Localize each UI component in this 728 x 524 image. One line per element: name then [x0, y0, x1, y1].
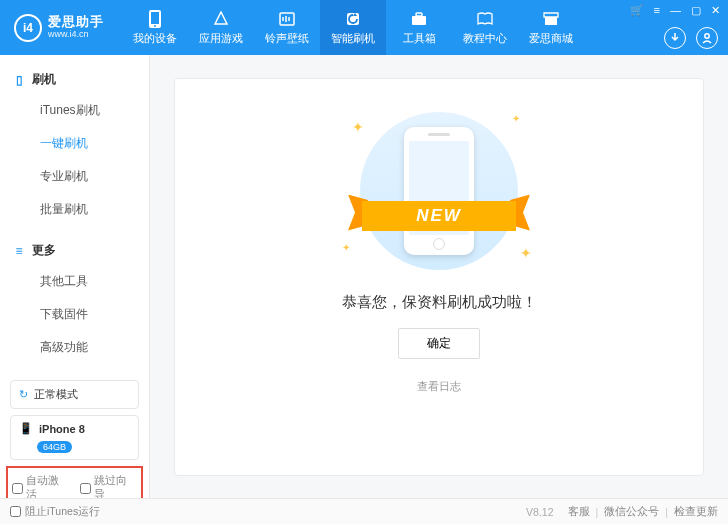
view-log-link[interactable]: 查看日志 — [417, 379, 461, 394]
store-icon — [542, 10, 560, 28]
close-button[interactable]: ✕ — [709, 4, 722, 17]
app-logo: i4 爱思助手 www.i4.cn — [14, 14, 104, 42]
nav-label: 智能刷机 — [331, 31, 375, 46]
nav-tutorial[interactable]: 教程中心 — [452, 0, 518, 55]
svg-rect-6 — [416, 13, 422, 16]
svg-point-2 — [154, 25, 156, 27]
cart-icon[interactable]: 🛒 — [628, 4, 646, 17]
sidebar-section-flash: ▯ 刷机 — [0, 65, 149, 94]
svg-rect-5 — [412, 16, 426, 25]
footer-link-update[interactable]: 检查更新 — [674, 505, 718, 519]
sidebar-item-advanced[interactable]: 高级功能 — [0, 331, 149, 364]
phone-icon — [146, 10, 164, 28]
settings-icon[interactable]: ≡ — [652, 4, 662, 17]
mode-label: 正常模式 — [34, 387, 78, 402]
apps-icon — [212, 10, 230, 28]
section-title: 刷机 — [32, 71, 56, 88]
storage-badge: 64GB — [37, 441, 72, 453]
phone-outline-icon: ▯ — [12, 73, 26, 87]
sidebar: ▯ 刷机 iTunes刷机 一键刷机 专业刷机 批量刷机 ≡ 更多 其他工具 下… — [0, 55, 150, 498]
sidebar-item-download-fw[interactable]: 下载固件 — [0, 298, 149, 331]
nav-label: 应用游戏 — [199, 31, 243, 46]
logo-mark: i4 — [14, 14, 42, 42]
nav-label: 铃声壁纸 — [265, 31, 309, 46]
footer-link-support[interactable]: 客服 — [568, 505, 590, 519]
toolbox-icon — [410, 10, 428, 28]
maximize-button[interactable]: ▢ — [689, 4, 703, 17]
sidebar-item-batch-flash[interactable]: 批量刷机 — [0, 193, 149, 226]
sparkle-icon: ✦ — [352, 119, 364, 135]
main-area: NEW ✦ ✦ ✦ ✦ 恭喜您，保资料刷机成功啦！ 确定 查看日志 — [150, 55, 728, 498]
window-controls: 🛒 ≡ — ▢ ✕ — [628, 4, 722, 17]
ribbon-new: NEW — [362, 201, 516, 231]
device-name: iPhone 8 — [39, 423, 85, 435]
nav-store[interactable]: 爱思商城 — [518, 0, 584, 55]
sidebar-item-oneclick-flash[interactable]: 一键刷机 — [0, 127, 149, 160]
result-panel: NEW ✦ ✦ ✦ ✦ 恭喜您，保资料刷机成功啦！ 确定 查看日志 — [174, 78, 704, 476]
sidebar-item-itunes-flash[interactable]: iTunes刷机 — [0, 94, 149, 127]
status-bar: 阻止iTunes运行 V8.12 客服 | 微信公众号 | 检查更新 — [0, 498, 728, 524]
wallpaper-icon — [278, 10, 296, 28]
nav-label: 教程中心 — [463, 31, 507, 46]
footer-link-wechat[interactable]: 微信公众号 — [604, 505, 659, 519]
main-nav: 我的设备 应用游戏 铃声壁纸 智能刷机 工具箱 教程中心 爱思商城 — [122, 0, 584, 55]
nav-apps-games[interactable]: 应用游戏 — [188, 0, 254, 55]
sparkle-icon: ✦ — [520, 245, 532, 261]
svg-point-8 — [705, 34, 709, 38]
block-itunes-checkbox[interactable]: 阻止iTunes运行 — [10, 505, 100, 519]
ok-button[interactable]: 确定 — [398, 328, 480, 359]
device-box[interactable]: 📱 iPhone 8 64GB — [10, 415, 139, 460]
mode-box[interactable]: ↻ 正常模式 — [10, 380, 139, 409]
svg-rect-7 — [545, 17, 557, 25]
nav-smart-flash[interactable]: 智能刷机 — [320, 0, 386, 55]
svg-rect-3 — [280, 13, 294, 25]
sidebar-item-pro-flash[interactable]: 专业刷机 — [0, 160, 149, 193]
logo-title: 爱思助手 — [48, 15, 104, 29]
logo-subtitle: www.i4.cn — [48, 30, 104, 40]
nav-label: 爱思商城 — [529, 31, 573, 46]
user-button[interactable] — [696, 27, 718, 49]
sparkle-icon: ✦ — [512, 113, 520, 124]
section-title: 更多 — [32, 242, 56, 259]
book-icon — [476, 10, 494, 28]
nav-ring-wallpaper[interactable]: 铃声壁纸 — [254, 0, 320, 55]
menu-icon: ≡ — [12, 244, 26, 258]
nav-toolbox[interactable]: 工具箱 — [386, 0, 452, 55]
sparkle-icon: ✦ — [342, 242, 350, 253]
flash-icon — [344, 10, 362, 28]
nav-my-device[interactable]: 我的设备 — [122, 0, 188, 55]
sidebar-section-more: ≡ 更多 — [0, 236, 149, 265]
version-label: V8.12 — [526, 506, 553, 518]
minimize-button[interactable]: — — [668, 4, 683, 17]
success-message: 恭喜您，保资料刷机成功啦！ — [342, 293, 537, 312]
refresh-icon: ↻ — [19, 388, 28, 401]
svg-rect-1 — [151, 12, 159, 24]
device-icon: 📱 — [19, 422, 33, 435]
nav-label: 我的设备 — [133, 31, 177, 46]
sidebar-item-other-tools[interactable]: 其他工具 — [0, 265, 149, 298]
nav-label: 工具箱 — [403, 31, 436, 46]
success-illustration: NEW ✦ ✦ ✦ ✦ — [334, 107, 544, 275]
download-button[interactable] — [664, 27, 686, 49]
